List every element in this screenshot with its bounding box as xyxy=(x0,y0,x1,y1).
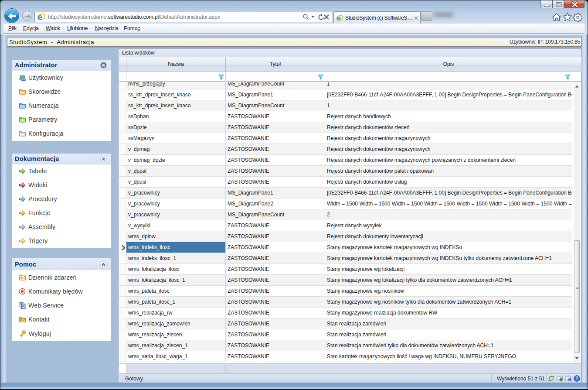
svg-text:e: e xyxy=(38,13,43,21)
svg-text:e: e xyxy=(336,14,340,22)
svg-text:?: ? xyxy=(575,376,578,381)
